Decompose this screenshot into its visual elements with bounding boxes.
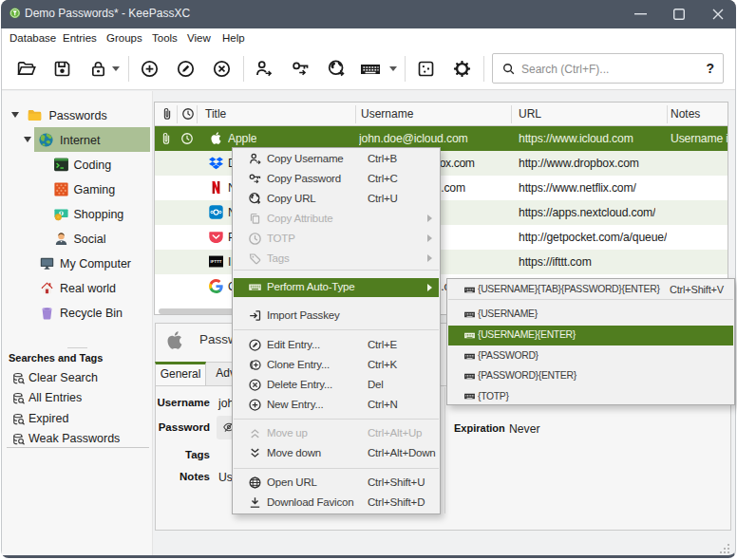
svg-text:IFTTT: IFTTT [211,259,222,264]
